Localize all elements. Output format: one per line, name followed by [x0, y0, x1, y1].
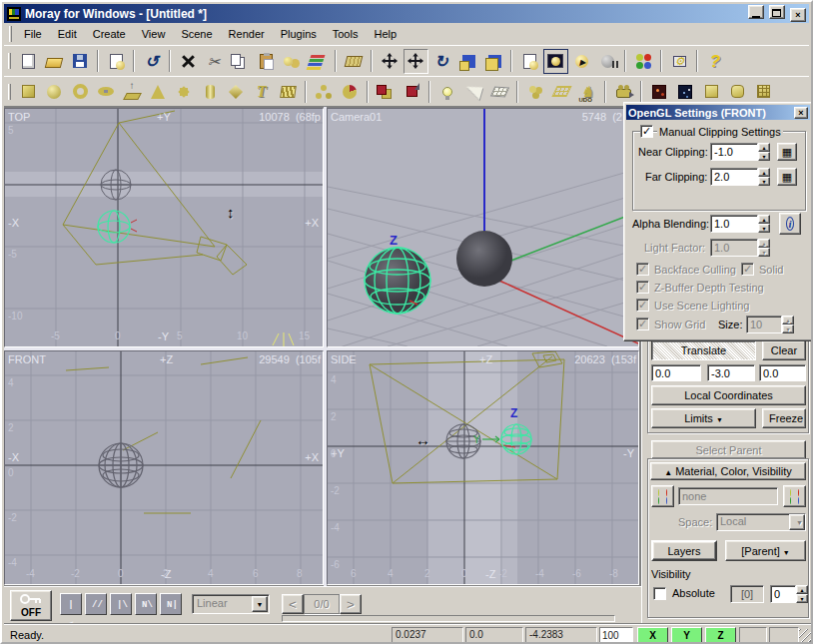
- render-settings-button[interactable]: [517, 49, 542, 74]
- interpolation-dropdown[interactable]: Linear ▼: [192, 594, 270, 614]
- info-button[interactable]: i: [779, 213, 801, 235]
- keyframe-prev-button[interactable]: N\: [135, 593, 157, 615]
- menu-render[interactable]: Render: [221, 26, 273, 42]
- create-cylinder-button[interactable]: [198, 79, 223, 104]
- create-text-button[interactable]: T: [250, 79, 275, 104]
- resize-grip[interactable]: [799, 629, 812, 642]
- create-mesh-button[interactable]: [549, 79, 574, 104]
- shaded-sphere[interactable]: [456, 231, 512, 287]
- material-picker-button[interactable]: [651, 485, 674, 507]
- keyframe-linear-button[interactable]: |\: [110, 593, 132, 615]
- render-window-button[interactable]: [543, 49, 568, 74]
- far-calculator-button[interactable]: ▦: [777, 168, 797, 186]
- create-blob-star-button[interactable]: [172, 79, 197, 104]
- material-editor-open-button[interactable]: [783, 485, 806, 507]
- spin-up-button[interactable]: ▴: [758, 215, 770, 224]
- limits-dropdown-button[interactable]: Limits ▼: [651, 408, 756, 428]
- alpha-blending-field[interactable]: [710, 215, 758, 233]
- freeze-button[interactable]: Freeze: [762, 408, 806, 428]
- show-grid-checkbox[interactable]: ✓: [636, 318, 649, 330]
- spin-up-button[interactable]: ▴: [758, 168, 770, 177]
- space-dropdown-arrow[interactable]: ▼: [789, 514, 805, 530]
- paste-button[interactable]: [254, 49, 279, 74]
- viewport-splitter-horizontal[interactable]: [4, 347, 639, 350]
- preview-button[interactable]: [104, 49, 129, 74]
- minimize-button[interactable]: [748, 5, 764, 19]
- menubar-grip[interactable]: [9, 26, 12, 42]
- toolbar-main-grip[interactable]: [8, 53, 11, 69]
- atmosphere-fire-button[interactable]: [647, 79, 672, 104]
- menu-scene[interactable]: Scene: [173, 26, 220, 42]
- keyframe-first-button[interactable]: |<: [60, 593, 82, 615]
- create-pointlight-button[interactable]: [435, 79, 460, 104]
- spin-down-button[interactable]: ▾: [758, 152, 770, 161]
- spin-down-button[interactable]: ▾: [758, 177, 770, 186]
- spin-down-button[interactable]: ▾: [758, 224, 770, 233]
- light-factor-field[interactable]: [710, 239, 758, 257]
- solid-checkbox[interactable]: ✓: [741, 263, 754, 276]
- create-blobgroup-button[interactable]: [523, 79, 548, 104]
- backface-culling-checkbox[interactable]: ✓: [636, 263, 649, 276]
- sweep-button[interactable]: [342, 49, 367, 74]
- create-udo-button[interactable]: ♞UDO: [575, 79, 600, 104]
- dialog-titlebar[interactable]: OpenGL Settings (FRONT) ×: [626, 105, 810, 120]
- viewport-front[interactable]: FRONT +Z 29549 (105f -X +X -Z 4 2 0 -2 -…: [4, 350, 324, 585]
- front-viewport-canvas[interactable]: [5, 351, 323, 584]
- space-dropdown[interactable]: Local ▼: [716, 513, 806, 531]
- render-pause-button[interactable]: [595, 49, 620, 74]
- y-axis-toggle-button[interactable]: Y: [671, 627, 702, 643]
- help-button[interactable]: ?: [703, 49, 728, 74]
- create-box2-button[interactable]: [699, 79, 724, 104]
- create-arealight-button[interactable]: [487, 79, 512, 104]
- create-heightfield-button[interactable]: [276, 79, 301, 104]
- create-spotlight-button[interactable]: [461, 79, 486, 104]
- translate-active-button[interactable]: [404, 49, 428, 74]
- menu-help[interactable]: Help: [366, 26, 405, 42]
- create-box-button[interactable]: [16, 79, 41, 104]
- new-file-button[interactable]: [16, 49, 41, 74]
- manual-clipping-checkbox[interactable]: ✓: [640, 125, 653, 138]
- spin-up-button[interactable]: ▴: [758, 239, 770, 248]
- csg-button[interactable]: [338, 79, 363, 104]
- menu-file[interactable]: File: [16, 26, 50, 42]
- create-superellipsoid-button[interactable]: [751, 79, 776, 104]
- viewport-top[interactable]: TOP +Y 10078 (68fp -X +X -Y 5 -5 -10 -5 …: [4, 108, 324, 347]
- blob-union-button[interactable]: [280, 49, 305, 74]
- local-coordinates-button[interactable]: Local Coordinates: [651, 385, 806, 405]
- scale-button[interactable]: [455, 49, 480, 74]
- translate-button[interactable]: Translate: [651, 340, 756, 360]
- save-button[interactable]: [68, 49, 93, 74]
- layers-stack-button[interactable]: [306, 49, 331, 74]
- maximize-button[interactable]: [769, 5, 785, 19]
- toolbar-create-grip[interactable]: [8, 84, 11, 100]
- x-axis-toggle-button[interactable]: X: [637, 627, 668, 643]
- z-axis-toggle-button[interactable]: Z: [705, 627, 736, 643]
- spin-up-button[interactable]: ▴: [782, 316, 794, 324]
- keyframe-next-button[interactable]: N|: [160, 593, 182, 615]
- create-camera-button[interactable]: [611, 79, 636, 104]
- sphere-wireframe-gray[interactable]: [99, 443, 143, 487]
- spin-down-button[interactable]: ▾: [796, 594, 808, 603]
- dialog-close-button[interactable]: ×: [794, 107, 808, 119]
- create-plane-button[interactable]: ↑: [120, 79, 145, 104]
- clear-button[interactable]: Clear: [762, 340, 806, 360]
- near-clipping-field[interactable]: [710, 143, 758, 161]
- create-cone-button[interactable]: [146, 79, 171, 104]
- grid-size-field[interactable]: [746, 316, 782, 333]
- atmosphere-stars-button[interactable]: [673, 79, 698, 104]
- absolute-checkbox[interactable]: [653, 587, 666, 600]
- csg-difference-button[interactable]: [374, 79, 399, 104]
- material-section-header[interactable]: ▲ Material, Color, Visibility: [650, 462, 806, 480]
- translate-z-field[interactable]: [759, 364, 806, 381]
- create-sphere-button[interactable]: [42, 79, 67, 104]
- spin-up-button[interactable]: ▴: [796, 585, 808, 594]
- create-pyramid-button[interactable]: [224, 79, 249, 104]
- menu-create[interactable]: Create: [85, 26, 134, 42]
- parent-dropdown-button[interactable]: [Parent] ▼: [725, 540, 806, 561]
- menu-edit[interactable]: Edit: [50, 26, 85, 42]
- translate-x-field[interactable]: [651, 364, 701, 381]
- titlebar[interactable]: Moray for Windows - [Untitled *] ×: [4, 4, 809, 23]
- viewport-side[interactable]: Z Y SIDE +Z 20623 (153f +Y -Y -Z 4 2 0 -…: [327, 350, 639, 585]
- spin-up-button[interactable]: ▴: [758, 143, 770, 152]
- far-clipping-field[interactable]: [710, 168, 758, 186]
